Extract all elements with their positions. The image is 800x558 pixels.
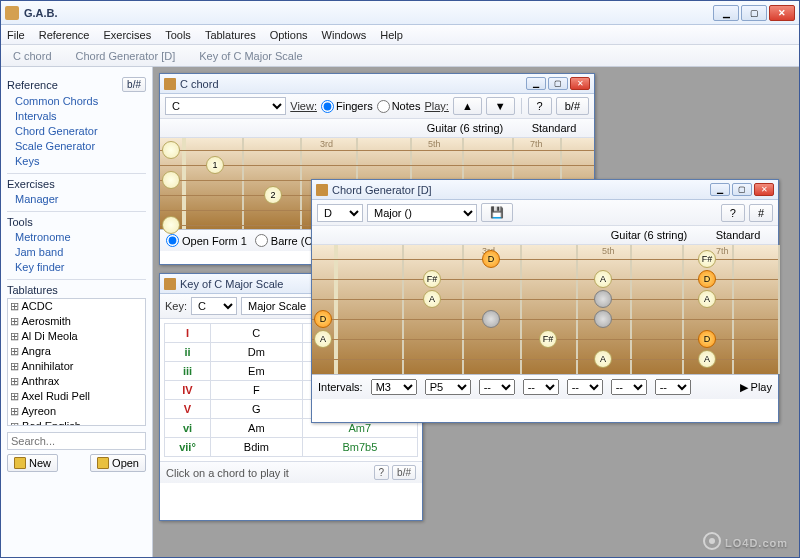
menu-tools[interactable]: Tools: [165, 29, 191, 41]
tree-node[interactable]: Aerosmith: [8, 314, 145, 329]
close-button[interactable]: ✕: [769, 5, 795, 21]
chord-cell[interactable]: Bdim: [211, 438, 303, 457]
play-down-button[interactable]: ▼: [486, 97, 515, 115]
close-button[interactable]: ✕: [570, 77, 590, 90]
note-marker: A: [698, 290, 716, 308]
menu-options[interactable]: Options: [270, 29, 308, 41]
minimize-button[interactable]: ▁: [710, 183, 730, 196]
root-select[interactable]: D: [317, 204, 363, 222]
interval-select-7[interactable]: --: [655, 379, 691, 395]
artist-tree[interactable]: ACDC Aerosmith Al Di Meola Angra Annihil…: [7, 298, 146, 426]
play-label: Play:: [424, 100, 448, 112]
tab-chordgen[interactable]: Chord Generator [D]: [76, 50, 176, 62]
chord-cell[interactable]: Am: [211, 419, 303, 438]
tree-node[interactable]: Anthrax: [8, 374, 145, 389]
menu-windows[interactable]: Windows: [322, 29, 367, 41]
open-form-radio[interactable]: [166, 234, 179, 247]
save-button[interactable]: 💾: [481, 203, 513, 222]
maximize-button[interactable]: ▢: [741, 5, 767, 21]
note-marker: D: [482, 250, 500, 268]
watermark: LO4D.com: [703, 531, 788, 552]
link-scale-generator[interactable]: Scale Generator: [15, 140, 146, 152]
flat-sharp-toggle[interactable]: b/#: [392, 465, 416, 480]
note-marker: [594, 290, 612, 308]
instrument-button[interactable]: Guitar (6 string): [415, 122, 515, 134]
link-keys[interactable]: Keys: [15, 155, 146, 167]
maximize-button[interactable]: ▢: [732, 183, 752, 196]
interval-select-3[interactable]: --: [479, 379, 515, 395]
link-jam-band[interactable]: Jam band: [15, 246, 146, 258]
main-window: G.A.B. ▁ ▢ ✕ File Reference Exercises To…: [0, 0, 800, 558]
menu-reference[interactable]: Reference: [39, 29, 90, 41]
key-select[interactable]: C: [191, 297, 237, 315]
tuning-button[interactable]: Standard: [519, 122, 589, 134]
note-marker: F#: [423, 270, 441, 288]
barre-radio[interactable]: [255, 234, 268, 247]
app-icon: [5, 6, 19, 20]
link-chord-generator[interactable]: Chord Generator: [15, 125, 146, 137]
link-manager[interactable]: Manager: [15, 193, 146, 205]
open-button[interactable]: Open: [90, 454, 146, 472]
tree-node[interactable]: Axel Rudi Pell: [8, 389, 145, 404]
chord-cell[interactable]: Bm7b5: [302, 438, 417, 457]
chord-cell[interactable]: G: [211, 400, 303, 419]
titlebar[interactable]: G.A.B. ▁ ▢ ✕: [1, 1, 799, 25]
chordgen-window[interactable]: Chord Generator [D] ▁ ▢ ✕ D Major () 💾 ?…: [311, 179, 779, 423]
chord-cell[interactable]: C: [211, 324, 303, 343]
maximize-button[interactable]: ▢: [548, 77, 568, 90]
play-button[interactable]: ▶ Play: [740, 381, 772, 394]
quality-select[interactable]: Major (): [367, 204, 477, 222]
key-hint: Click on a chord to play it: [166, 467, 289, 479]
instrument-button[interactable]: Guitar (6 string): [599, 229, 699, 241]
menu-exercises[interactable]: Exercises: [104, 29, 152, 41]
fingers-radio[interactable]: [321, 100, 334, 113]
minimize-button[interactable]: ▁: [526, 77, 546, 90]
link-intervals[interactable]: Intervals: [15, 110, 146, 122]
tree-node[interactable]: Angra: [8, 344, 145, 359]
tree-node[interactable]: Annihilator: [8, 359, 145, 374]
chord-cell[interactable]: Dm: [211, 343, 303, 362]
intervals-label: Intervals:: [318, 381, 363, 393]
tree-node[interactable]: Ayreon: [8, 404, 145, 419]
link-common-chords[interactable]: Common Chords: [15, 95, 146, 107]
play-up-button[interactable]: ▲: [453, 97, 482, 115]
tuning-button[interactable]: Standard: [703, 229, 773, 241]
search-input[interactable]: [7, 432, 146, 450]
chord-cell[interactable]: Em: [211, 362, 303, 381]
degree-cell: vi: [165, 419, 211, 438]
interval-select-2[interactable]: P5: [425, 379, 471, 395]
note-marker: A: [594, 350, 612, 368]
interval-select-4[interactable]: --: [523, 379, 559, 395]
tree-node[interactable]: Al Di Meola: [8, 329, 145, 344]
tree-node[interactable]: ACDC: [8, 299, 145, 314]
link-key-finder[interactable]: Key finder: [15, 261, 146, 273]
help-button[interactable]: ?: [374, 465, 390, 480]
link-metronome[interactable]: Metronome: [15, 231, 146, 243]
interval-select-6[interactable]: --: [611, 379, 647, 395]
new-button[interactable]: New: [7, 454, 58, 472]
help-button[interactable]: ?: [528, 97, 552, 115]
fretboard[interactable]: 3rd 5th 7th DAF#ADF#AAF#DADA: [312, 245, 778, 375]
sharp-toggle[interactable]: #: [749, 204, 773, 222]
flat-sharp-toggle[interactable]: b/#: [122, 77, 146, 92]
close-button[interactable]: ✕: [754, 183, 774, 196]
interval-select-1[interactable]: M3: [371, 379, 417, 395]
tree-node[interactable]: Bad English: [8, 419, 145, 426]
root-select[interactable]: C: [165, 97, 286, 115]
menu-tablatures[interactable]: Tablatures: [205, 29, 256, 41]
menu-help[interactable]: Help: [380, 29, 403, 41]
tab-cchord[interactable]: C chord: [13, 50, 52, 62]
note-marker: F#: [539, 330, 557, 348]
flat-sharp-toggle[interactable]: b/#: [556, 97, 589, 115]
help-button[interactable]: ?: [721, 204, 745, 222]
open-string-marker: [162, 216, 180, 234]
note-marker: A: [594, 270, 612, 288]
logo-icon: [703, 532, 721, 550]
tab-keyscale[interactable]: Key of C Major Scale: [199, 50, 302, 62]
key-label: Key:: [165, 300, 187, 312]
minimize-button[interactable]: ▁: [713, 5, 739, 21]
menu-file[interactable]: File: [7, 29, 25, 41]
notes-radio[interactable]: [377, 100, 390, 113]
interval-select-5[interactable]: --: [567, 379, 603, 395]
chord-cell[interactable]: F: [211, 381, 303, 400]
